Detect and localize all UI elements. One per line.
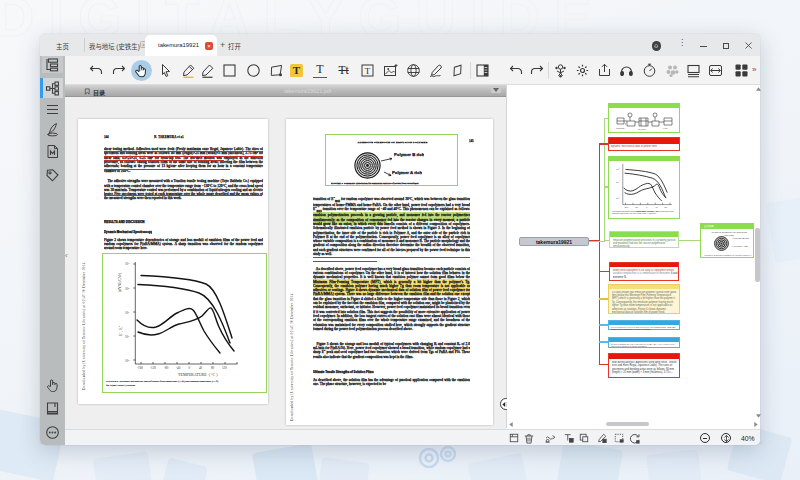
svg-text:-40: -40	[176, 366, 181, 370]
svg-text:10⁷: 10⁷	[125, 311, 129, 315]
svg-text:40: 40	[199, 366, 203, 370]
svg-text:10⁹: 10⁹	[616, 167, 619, 170]
svg-text:10⁵: 10⁵	[125, 359, 129, 363]
svg-text:FIGURE 2 Dynamic mechanical d: FIGURE 2 Dynamic mechanical data of powe…	[106, 380, 218, 383]
svg-text:0: 0	[188, 366, 190, 370]
svg-text:40: 40	[655, 206, 658, 208]
svg-text:80: 80	[211, 366, 215, 370]
svg-text:-80: -80	[164, 366, 169, 370]
svg-text:for P(nBA/MMA) system.: for P(nBA/MMA) system.	[106, 384, 136, 387]
svg-text:-120: -120	[150, 366, 156, 370]
svg-text:10⁸: 10⁸	[125, 287, 129, 291]
svg-text:LATEX: LATEX	[663, 127, 669, 129]
svg-text:10⁵: 10⁵	[616, 196, 619, 199]
svg-text:10⁶: 10⁶	[125, 335, 129, 339]
svg-text:(dYNE/CM²): (dYNE/CM²)	[118, 271, 122, 291]
svg-text:REACTOR: REACTOR	[638, 128, 647, 130]
svg-text:10⁷: 10⁷	[616, 180, 619, 183]
svg-text:-160: -160	[137, 366, 143, 370]
svg-text:0: 0	[646, 206, 648, 208]
svg-text:MONOMER: MONOMER	[616, 128, 625, 129]
svg-text:E′ , E″: E′ , E″	[118, 325, 124, 336]
svg-text:-160: -160	[624, 206, 629, 208]
svg-text:10⁹: 10⁹	[125, 262, 130, 266]
svg-text:80: 80	[664, 206, 667, 208]
svg-text:T: T	[364, 66, 370, 76]
svg-text:120: 120	[222, 366, 227, 370]
svg-text:TEMPERATURE ( °C ): TEMPERATURE ( °C )	[178, 372, 218, 377]
svg-text:-80: -80	[635, 206, 639, 208]
